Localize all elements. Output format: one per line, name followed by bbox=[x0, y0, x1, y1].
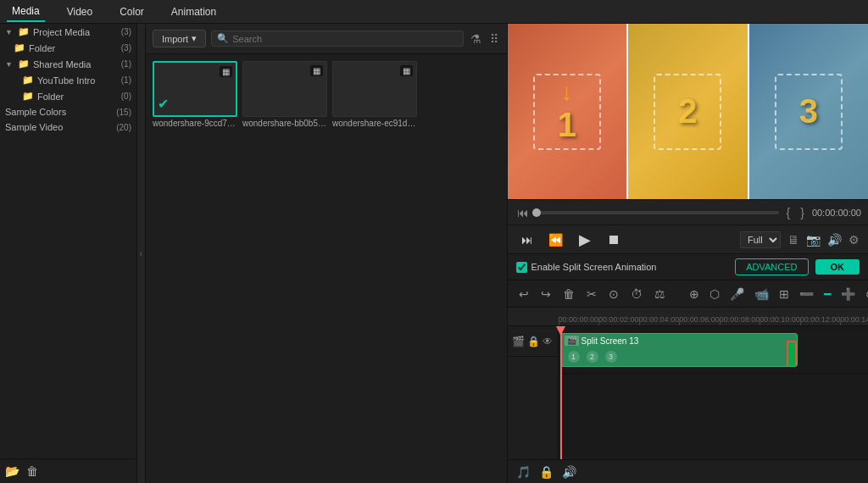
zoom-out-icon[interactable]: ➖ bbox=[797, 286, 816, 303]
ok-button[interactable]: OK bbox=[815, 259, 860, 275]
sidebar-item-folder2[interactable]: 📁 Folder (0) bbox=[0, 88, 136, 104]
filter-icon[interactable]: ⚗ bbox=[469, 31, 483, 47]
screen-icon[interactable]: 🖥 bbox=[787, 233, 799, 247]
media-item-2[interactable]: ▦ wondershare-ec91dd68-... bbox=[332, 61, 417, 128]
sample-video-count: (20) bbox=[116, 123, 131, 132]
sidebar-item-sample-video[interactable]: Sample Video (20) bbox=[0, 119, 136, 135]
prev-frame-button[interactable]: ⏮ bbox=[515, 206, 531, 219]
stop-button[interactable]: ⏹ bbox=[603, 229, 625, 251]
media-item-1[interactable]: ▦ wondershare-bb0b5cdd-... bbox=[242, 61, 327, 128]
ruler-mark-1: 00:00:02:00 bbox=[598, 315, 639, 324]
folder-icon: 📁 bbox=[18, 58, 30, 69]
clip-label: 🎬 Split Screen 13 bbox=[561, 334, 643, 347]
split-anim-checkbox-label[interactable]: Enable Split Screen Animation bbox=[516, 262, 657, 273]
settings-icon[interactable]: ⚙ bbox=[849, 233, 860, 247]
middle-panel: Import ▾ 🔍 ⚗ ⠿ ▦ ✔ wondershare-9ccd78f6-… bbox=[146, 24, 508, 483]
ruler-mark-3: 00:00:06:00 bbox=[679, 315, 720, 324]
media-type-icon: ▦ bbox=[310, 65, 323, 76]
camera-icon[interactable]: 📹 bbox=[752, 286, 771, 303]
shared-media-label: Shared Media bbox=[33, 59, 92, 69]
bracket-end-button[interactable]: } bbox=[798, 206, 807, 219]
cut-icon[interactable]: ✂ bbox=[584, 286, 599, 303]
right-panel: ↓ 1 2 3 ⏮ bbox=[508, 24, 869, 483]
ruler-mark-2: 00:00:04:00 bbox=[639, 315, 680, 324]
quality-select[interactable]: Full1/21/4 bbox=[740, 231, 781, 248]
folder1-label: Folder bbox=[29, 43, 55, 53]
video-track-1: 🎬 Split Screen 13 1 2 3 bbox=[559, 326, 869, 374]
media-label-0: wondershare-9ccd78f6-6... bbox=[153, 119, 237, 128]
tab-animation[interactable]: Animation bbox=[166, 3, 221, 21]
panel-expander[interactable]: ‹ bbox=[137, 24, 146, 483]
track-video-icon[interactable]: 🎬 bbox=[512, 336, 525, 347]
new-folder-icon[interactable]: 📂 bbox=[5, 464, 19, 478]
drop-zone-3: 3 bbox=[775, 74, 843, 150]
tab-color[interactable]: Color bbox=[114, 3, 149, 21]
track-clip-split-screen[interactable]: 🎬 Split Screen 13 1 2 3 bbox=[560, 333, 798, 367]
media-item-0[interactable]: ▦ ✔ wondershare-9ccd78f6-6... bbox=[153, 61, 237, 128]
redo-icon[interactable]: ↪ bbox=[538, 286, 554, 303]
mic-icon[interactable]: 🎤 bbox=[727, 286, 747, 303]
ruler-marks: 00:00:00:00 00:00:02:00 00:00:04:00 00:0… bbox=[508, 315, 869, 324]
ruler-mark-4: 00:00:08:00 bbox=[720, 315, 760, 324]
grid-icon[interactable]: ⠿ bbox=[488, 31, 500, 47]
sidebar-item-folder1[interactable]: 📁 Folder (3) bbox=[0, 40, 136, 56]
media-thumbnail-1: ▦ bbox=[242, 61, 327, 117]
progress-bar[interactable] bbox=[537, 211, 779, 214]
play-button[interactable]: ▶ bbox=[574, 229, 596, 251]
delete-clip-icon[interactable]: 🗑 bbox=[560, 286, 577, 303]
search-input[interactable] bbox=[232, 34, 457, 44]
timeline-ruler: 00:00:00:00 00:00:02:00 00:00:04:00 00:0… bbox=[508, 308, 869, 326]
media-thumbnail-0: ▦ ✔ bbox=[153, 61, 237, 117]
tab-media[interactable]: Media bbox=[7, 2, 45, 22]
lock-audio-icon[interactable]: 🔒 bbox=[539, 465, 554, 479]
time-display: 00:00:00:00 bbox=[812, 208, 861, 218]
preview-controls: ⏮ { } 00:00:00:00 bbox=[508, 199, 869, 225]
timer-icon[interactable]: ⏱ bbox=[628, 286, 645, 303]
split-cell-2[interactable]: 2 bbox=[628, 24, 749, 199]
marker-icon[interactable]: ⬡ bbox=[707, 286, 722, 303]
copy-icon[interactable]: ⊙ bbox=[606, 286, 621, 303]
advanced-button[interactable]: ADVANCED bbox=[735, 258, 808, 275]
clip-resize-handle[interactable] bbox=[787, 341, 797, 367]
bracket-start-button[interactable]: { bbox=[784, 206, 793, 219]
import-button[interactable]: Import ▾ bbox=[153, 30, 206, 47]
adjust-icon[interactable]: ⚖ bbox=[652, 286, 668, 303]
project-media-root[interactable]: ▼ 📁 Project Media (3) bbox=[0, 24, 136, 40]
sidebar-item-youtube-intro[interactable]: 📁 YouTube Intro (1) bbox=[0, 72, 136, 88]
timeline-content: 🎬 🔒 👁 🎬 Split Screen 13 bbox=[508, 326, 869, 459]
track-eye-icon[interactable]: 👁 bbox=[542, 336, 553, 347]
media-type-icon: ▦ bbox=[220, 66, 232, 77]
playhead[interactable] bbox=[560, 326, 562, 459]
tab-video[interactable]: Video bbox=[62, 3, 97, 21]
split-cell-3[interactable]: 3 bbox=[749, 24, 869, 199]
step-back-button[interactable]: ⏪ bbox=[545, 229, 567, 251]
split-anim-checkbox[interactable] bbox=[516, 262, 527, 273]
split-cell-1[interactable]: ↓ 1 bbox=[508, 24, 629, 199]
snap-icon[interactable]: ⊕ bbox=[687, 286, 702, 303]
add-track-icon[interactable]: 🎵 bbox=[516, 465, 531, 479]
sidebar-item-sample-colors[interactable]: Sample Colors (15) bbox=[0, 104, 136, 119]
zoom-in-icon[interactable]: ➕ bbox=[838, 286, 858, 303]
cell-number-3: 3 bbox=[799, 92, 818, 130]
search-box: 🔍 bbox=[211, 31, 463, 47]
folder-icon: 📁 bbox=[18, 26, 30, 37]
audio-icon[interactable]: 🔊 bbox=[827, 233, 842, 247]
zoom-slider[interactable]: ━ bbox=[821, 286, 833, 303]
media-grid: ▦ ✔ wondershare-9ccd78f6-6... ▦ wondersh… bbox=[146, 54, 507, 135]
mute-icon[interactable]: 🔊 bbox=[562, 465, 576, 479]
project-media-count: (3) bbox=[121, 27, 131, 36]
fit-icon[interactable]: ⊙ bbox=[863, 286, 869, 303]
sidebar-item-shared-media[interactable]: ▼ 📁 Shared Media (1) bbox=[0, 56, 136, 72]
undo-icon[interactable]: ↩ bbox=[516, 286, 531, 303]
delete-icon[interactable]: 🗑 bbox=[26, 464, 38, 478]
clip-icon-3: 3 bbox=[605, 351, 617, 363]
folder-icon: 📁 bbox=[22, 91, 34, 102]
editor-toolbar: ↩ ↪ 🗑 ✂ ⊙ ⏱ ⚖ ⊕ ⬡ 🎤 📹 ⊞ ➖ ━ ➕ ⊙ ⏸ bbox=[508, 280, 869, 308]
caption-icon[interactable]: ⊞ bbox=[776, 286, 792, 303]
track-lock-icon[interactable]: 🔒 bbox=[527, 336, 540, 347]
prev-button[interactable]: ⏭ bbox=[516, 229, 538, 251]
arrow-icon: ▼ bbox=[5, 28, 13, 36]
youtube-intro-label: YouTube Intro bbox=[37, 75, 95, 86]
snapshot-icon[interactable]: 📷 bbox=[806, 233, 821, 247]
selected-check-icon: ✔ bbox=[158, 96, 169, 112]
